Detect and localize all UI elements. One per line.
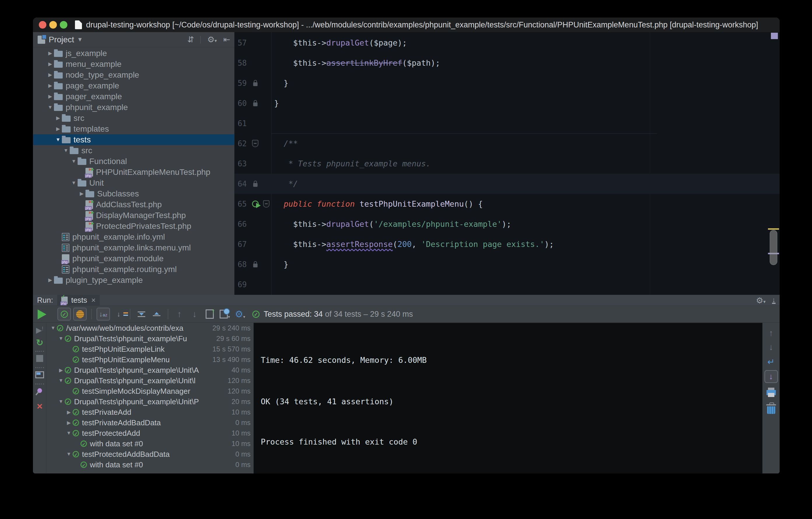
code-line-58[interactable]: 58 $this->assertLinkByHref($path); bbox=[234, 53, 780, 73]
code-line-57[interactable]: 57 $this->drupalGet($page); bbox=[234, 33, 780, 53]
test-tree-item[interactable]: ▼✓/var/www/web/modules/contrib/exa29 s 2… bbox=[47, 323, 254, 333]
code-line-59[interactable]: 59 } bbox=[234, 73, 780, 93]
project-tree-item-src[interactable]: ▶src bbox=[33, 113, 234, 124]
test-tree-item[interactable]: ▼✓Drupal\Tests\phpunit_example\Unit\l120… bbox=[47, 375, 254, 386]
test-tree-item[interactable]: ▼✓Drupal\Tests\phpunit_example\Fu29 s 60… bbox=[47, 333, 254, 344]
test-tree-item[interactable]: ✓with data set #010 ms bbox=[47, 438, 254, 449]
chevron-collapsed-icon[interactable]: ▶ bbox=[65, 420, 72, 426]
project-tree-item-js_example[interactable]: ▶js_example bbox=[33, 48, 234, 59]
close-window-icon[interactable] bbox=[39, 21, 47, 29]
chevron-collapsed-icon[interactable]: ▶ bbox=[54, 115, 62, 121]
scroll-to-end-icon[interactable]: ↓ bbox=[762, 370, 780, 383]
project-tree-item-phpunit_example.module[interactable]: phpunit_example.module bbox=[33, 253, 234, 264]
project-tree-item-Subclasses[interactable]: ▶Subclasses bbox=[33, 188, 234, 199]
project-title[interactable]: Project bbox=[49, 35, 74, 44]
up-stacktrace-icon[interactable]: ↑ bbox=[762, 328, 780, 338]
project-tree-item-tests[interactable]: ▼tests bbox=[33, 134, 234, 145]
code-line-61[interactable]: 61 bbox=[234, 113, 780, 133]
editor-scrollbar[interactable] bbox=[770, 230, 777, 265]
chevron-collapsed-icon[interactable]: ▶ bbox=[54, 126, 62, 132]
project-tree-item-Unit[interactable]: ▼Unit bbox=[33, 177, 234, 188]
test-tree-item[interactable]: ▶✓Drupal\Tests\phpunit_example\Unit\A40 … bbox=[47, 365, 254, 375]
hide-panel-icon[interactable]: ⇤ bbox=[224, 35, 230, 44]
code-line-68[interactable]: 68 } bbox=[234, 254, 780, 274]
chevron-collapsed-icon[interactable]: ▶ bbox=[78, 191, 85, 197]
expand-all-icon[interactable] bbox=[135, 308, 148, 321]
chevron-down-icon[interactable]: ▼ bbox=[77, 36, 83, 43]
run-with-coverage-icon[interactable]: ▾ bbox=[219, 308, 231, 321]
import-test-results-icon[interactable] bbox=[203, 308, 216, 321]
title-bar[interactable]: drupal-testing-workshop [~/Code/os/drupa… bbox=[33, 18, 780, 32]
project-tree-item-plugin_type_example[interactable]: ▶plugin_type_example bbox=[33, 275, 234, 285]
chevron-expanded-icon[interactable]: ▼ bbox=[70, 159, 78, 164]
chevron-expanded-icon[interactable]: ▼ bbox=[57, 399, 65, 405]
rerun-failed-tests-icon[interactable]: ▶! bbox=[33, 326, 47, 335]
test-settings-gear-icon[interactable]: ⚙▾ bbox=[234, 308, 246, 321]
project-tree-item-phpunit_example[interactable]: ▼phpunit_example bbox=[33, 102, 234, 113]
project-tree-item-templates[interactable]: ▶templates bbox=[33, 124, 234, 134]
fold-marker-icon[interactable]: − bbox=[263, 200, 269, 208]
sort-by-duration-icon[interactable]: ↓ bbox=[112, 308, 125, 321]
chevron-expanded-icon[interactable]: ▼ bbox=[47, 105, 54, 110]
run-test-gutter-icon[interactable] bbox=[252, 200, 259, 207]
chevron-expanded-icon[interactable]: ▼ bbox=[54, 137, 62, 143]
code-line-67[interactable]: 67 $this->assertResponse(200, 'Descripti… bbox=[234, 234, 780, 254]
print-icon[interactable] bbox=[762, 388, 780, 395]
minimize-window-icon[interactable] bbox=[49, 21, 57, 29]
chevron-collapsed-icon[interactable]: ▶ bbox=[47, 72, 54, 78]
test-tree-item[interactable]: ▼✓testProtectedAddBadData0 ms bbox=[47, 449, 254, 460]
chevron-collapsed-icon[interactable]: ▶ bbox=[47, 93, 54, 100]
locate-file-icon[interactable]: ⇵ bbox=[187, 35, 194, 44]
test-tree-item[interactable]: ✓testSimpleMockDisplayManager120 ms bbox=[47, 386, 254, 397]
project-tree-item-phpunit_example.info.yml[interactable]: phpunit_example.info.yml bbox=[33, 231, 234, 242]
project-tree-item-pager_example[interactable]: ▶pager_example bbox=[33, 91, 234, 102]
project-tree-item-menu_example[interactable]: ▶menu_example bbox=[33, 59, 234, 70]
code-line-63[interactable]: 63 * Tests phpunit_example menus. bbox=[234, 154, 780, 174]
chevron-expanded-icon[interactable]: ▼ bbox=[65, 451, 72, 457]
chevron-expanded-icon[interactable]: ▼ bbox=[65, 430, 72, 436]
project-tree-item-src[interactable]: ▼src bbox=[33, 145, 234, 156]
soft-wrap-icon[interactable]: ↵ bbox=[762, 357, 780, 367]
code-line-60[interactable]: 60} bbox=[234, 93, 780, 113]
project-tree-item-DisplayManagerTest.php[interactable]: DisplayManagerTest.php bbox=[33, 210, 234, 221]
code-line-69[interactable]: 69 bbox=[234, 274, 780, 295]
chevron-collapsed-icon[interactable]: ▶ bbox=[47, 83, 54, 89]
chevron-collapsed-icon[interactable]: ▶ bbox=[47, 61, 54, 67]
collapse-all-icon[interactable] bbox=[150, 308, 163, 321]
rerun-icon[interactable]: ↻ bbox=[33, 337, 47, 348]
show-passed-icon[interactable]: ✓ bbox=[57, 308, 71, 321]
chevron-collapsed-icon[interactable]: ▶ bbox=[47, 277, 54, 283]
chevron-expanded-icon[interactable]: ▼ bbox=[49, 325, 57, 331]
sort-alphabetically-icon[interactable]: ↓az bbox=[96, 308, 110, 321]
hide-run-panel-icon[interactable]: ↓ bbox=[772, 297, 776, 304]
restore-layout-icon[interactable] bbox=[33, 371, 47, 378]
chevron-collapsed-icon[interactable]: ▶ bbox=[65, 409, 72, 415]
chevron-expanded-icon[interactable]: ▼ bbox=[62, 148, 70, 154]
chevron-collapsed-icon[interactable]: ▶ bbox=[57, 367, 65, 373]
test-tree-item[interactable]: ▼✓Drupal\Tests\phpunit_example\Unit\P20 … bbox=[47, 397, 254, 407]
zoom-window-icon[interactable] bbox=[60, 21, 67, 29]
show-ignored-icon[interactable] bbox=[73, 308, 87, 321]
code-line-64[interactable]: 64 */ bbox=[234, 174, 780, 194]
warning-stripe-mark[interactable] bbox=[768, 228, 779, 230]
fold-marker-icon[interactable]: − bbox=[252, 140, 258, 147]
chevron-expanded-icon[interactable]: ▼ bbox=[57, 378, 65, 384]
close-tab-icon[interactable]: × bbox=[91, 296, 96, 305]
run-settings-gear-icon[interactable]: ⚙▾ bbox=[756, 296, 765, 305]
rerun-tests-icon[interactable] bbox=[38, 309, 47, 319]
previous-occurrence-icon[interactable]: ↑ bbox=[173, 308, 186, 321]
chevron-expanded-icon[interactable]: ▼ bbox=[57, 336, 65, 342]
test-tree-item[interactable]: ✓testPhpUnitExampleLink15 s 570 ms bbox=[47, 344, 254, 354]
test-console[interactable]: Time: 46.62 seconds, Memory: 6.00MBOK (3… bbox=[254, 323, 762, 473]
chevron-collapsed-icon[interactable]: ▶ bbox=[47, 50, 54, 56]
code-line-66[interactable]: 66 $this->drupalGet('/examples/phpunit-e… bbox=[234, 214, 780, 234]
project-tree-item-page_example[interactable]: ▶page_example bbox=[33, 80, 234, 91]
pin-tab-icon[interactable] bbox=[33, 388, 47, 393]
chevron-expanded-icon[interactable]: ▼ bbox=[70, 180, 78, 186]
settings-icon[interactable]: ⚙▾ bbox=[207, 35, 217, 44]
code-line-65[interactable]: 65− public function testPhpUnitExampleMe… bbox=[234, 194, 780, 214]
down-stacktrace-icon[interactable]: ↓ bbox=[762, 342, 780, 352]
stop-icon[interactable] bbox=[33, 355, 47, 362]
test-tree-item[interactable]: ▶✓testPrivateAdd10 ms bbox=[47, 407, 254, 417]
project-tree-item-AddClassTest.php[interactable]: AddClassTest.php bbox=[33, 199, 234, 210]
